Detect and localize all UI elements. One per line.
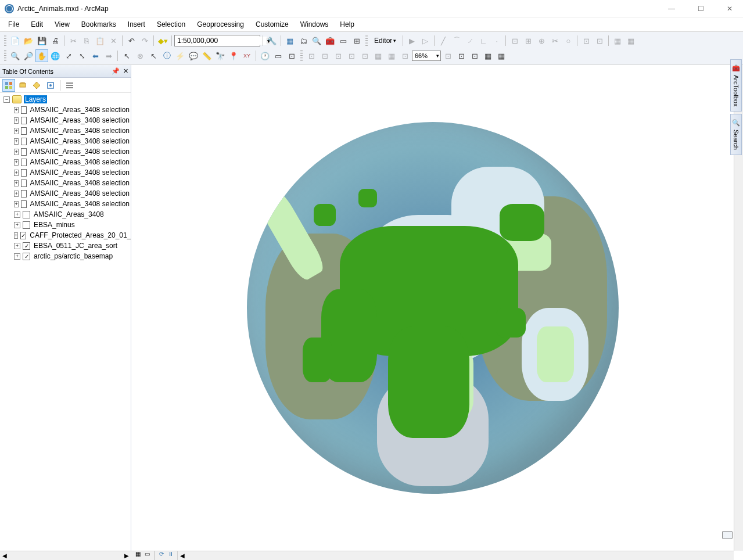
new-button[interactable]: 📄	[9, 34, 21, 47]
pan-button[interactable]: ✋	[35, 49, 48, 62]
menu-view[interactable]: View	[49, 19, 76, 30]
go-to-xy-button[interactable]: XY	[241, 49, 253, 62]
layer-checkbox[interactable]	[21, 159, 26, 166]
python-window-button[interactable]: ▭	[337, 34, 350, 47]
edit-vertices[interactable]: ⊞	[522, 34, 534, 47]
search-window-button[interactable]: 🔍	[310, 34, 323, 47]
expand-icon[interactable]: +	[14, 232, 18, 239]
zoom-dropdown-icon[interactable]: ▾	[435, 53, 440, 59]
time-slider-button[interactable]: 🕐	[259, 49, 271, 62]
cut-polygons[interactable]: ✂	[548, 34, 561, 47]
search-tab[interactable]: 🔍 Search	[730, 114, 742, 155]
create-features[interactable]: ▦	[624, 34, 637, 47]
layout-tool-d[interactable]: ▦	[482, 49, 494, 62]
layer-label[interactable]: AMSAIIC_Areas_3408 selection	[29, 127, 131, 135]
layer-row[interactable]: +AMSAIIC_Areas_3408 selection	[10, 178, 131, 188]
minimize-button[interactable]: —	[663, 5, 680, 13]
layer-checkbox[interactable]	[21, 106, 26, 114]
measure-button[interactable]: 📏	[200, 49, 213, 62]
refresh-indicator-icon[interactable]	[722, 531, 733, 539]
editor-toolbar-button[interactable]: 🔧	[265, 34, 278, 47]
toc-close-icon[interactable]: ✕	[123, 67, 128, 75]
toolbar-grip[interactable]	[300, 50, 303, 62]
layer-label[interactable]: AMSAIIC_Areas_3408	[33, 210, 105, 218]
arctoolbox-tab[interactable]: 🧰 ArcToolbox	[730, 59, 742, 112]
map-canvas[interactable]	[131, 65, 734, 551]
map-scale-input[interactable]	[175, 37, 267, 45]
list-by-source[interactable]	[16, 79, 29, 92]
expand-icon[interactable]: +	[14, 138, 19, 145]
expand-icon[interactable]: +	[14, 149, 19, 155]
expand-icon[interactable]: +	[14, 117, 19, 124]
layout-order[interactable]: ⊡	[358, 49, 371, 62]
layer-label[interactable]: AMSAIIC_Areas_3408 selection	[29, 179, 131, 187]
layers-root[interactable]: − Layers	[0, 94, 131, 105]
copy-button[interactable]: ⎘	[80, 34, 93, 47]
straight-segment[interactable]: ╱	[437, 34, 450, 47]
trace[interactable]: ⟋	[464, 34, 476, 47]
catalog-window-button[interactable]: 🗂	[297, 34, 310, 47]
rotate-tool[interactable]: ⊡	[580, 34, 593, 47]
paste-button[interactable]: 📋	[94, 34, 106, 47]
point-tool[interactable]: ⊡	[508, 34, 521, 47]
expand-icon[interactable]: +	[14, 243, 20, 249]
layer-checkbox[interactable]	[23, 253, 30, 260]
layer-row[interactable]: +EBSA_minus	[10, 220, 131, 230]
find-button[interactable]: 🔭	[214, 49, 227, 62]
layer-row[interactable]: +AMSAIIC_Areas_3408 selection	[10, 115, 131, 125]
layout-zoom-combo[interactable]: 66% ▾	[412, 51, 441, 61]
scroll-left-icon[interactable]: ◀	[0, 551, 9, 560]
layout-zoom[interactable]: ⊡	[399, 49, 411, 62]
toolbar-grip[interactable]	[4, 35, 6, 46]
layer-checkbox[interactable]	[21, 190, 26, 198]
menu-selection[interactable]: Selection	[151, 19, 191, 30]
right-angle[interactable]: ∟	[477, 34, 490, 47]
layer-checkbox[interactable]	[21, 138, 26, 145]
redo-button[interactable]: ↷	[138, 34, 151, 47]
layer-label[interactable]: AMSAIIC_Areas_3408 selection	[29, 148, 131, 156]
go-back-button[interactable]: ⬅	[89, 49, 102, 62]
end-point-arc[interactable]: ⌒	[450, 34, 463, 47]
expand-icon[interactable]: +	[14, 253, 20, 260]
layout-rotate[interactable]: ⊡	[345, 49, 358, 62]
clear-selection-button[interactable]: ⊗	[134, 49, 146, 62]
expand-icon[interactable]: +	[14, 170, 19, 176]
layer-row[interactable]: +AMSAIIC_Areas_3408 selection	[10, 157, 131, 167]
menu-insert[interactable]: Insert	[122, 19, 151, 30]
pause-drawing-button[interactable]: ⏸	[167, 551, 175, 559]
layer-label[interactable]: EBSA_0511_JC_area_sort	[33, 242, 119, 250]
zoom-out-button[interactable]: 🔎	[22, 49, 35, 62]
toc-pin-icon[interactable]: 📌	[112, 67, 120, 75]
html-popup-button[interactable]: 💬	[187, 49, 200, 62]
layer-checkbox[interactable]	[21, 148, 26, 156]
expand-icon[interactable]: +	[14, 107, 19, 113]
layer-checkbox[interactable]	[23, 211, 30, 218]
layer-row[interactable]: +AMSAIIC_Areas_3408 selection	[10, 188, 131, 199]
layer-checkbox[interactable]	[20, 232, 26, 239]
toc-horizontal-scrollbar[interactable]: ◀ ▶	[0, 551, 131, 560]
layer-row[interactable]: +arctic_ps/arctic_basemap	[10, 251, 131, 261]
layer-checkbox[interactable]	[21, 127, 26, 135]
layer-checkbox[interactable]	[23, 221, 30, 229]
menu-bookmarks[interactable]: Bookmarks	[76, 19, 122, 30]
menu-windows[interactable]: Windows	[295, 19, 335, 30]
toc-options[interactable]	[63, 79, 76, 92]
print-button[interactable]: 🖨	[49, 34, 62, 47]
layout-nudge[interactable]: ⊡	[305, 49, 318, 62]
create-viewer-button[interactable]: ▭	[272, 49, 285, 62]
save-button[interactable]: 💾	[35, 34, 48, 47]
add-data-button[interactable]: ◆▾	[156, 34, 169, 47]
layer-label[interactable]: EBSA_minus	[33, 221, 76, 229]
scroll-right-icon[interactable]: ▶	[122, 551, 131, 560]
refresh-view-button[interactable]: ⟳	[157, 551, 166, 559]
layout-align[interactable]: ⊡	[318, 49, 331, 62]
layout-tool-c[interactable]: ⊡	[468, 49, 481, 62]
layer-label[interactable]: AMSAIIC_Areas_3408 selection	[29, 137, 131, 145]
fixed-zoom-out[interactable]: ⤡	[76, 49, 88, 62]
hyperlink-button[interactable]: ⚡	[174, 49, 186, 62]
layer-label[interactable]: CAFF_Protected_Areas_20_01_2	[28, 231, 131, 239]
scroll-left-icon[interactable]: ◀	[178, 552, 187, 559]
layer-checkbox[interactable]	[21, 117, 26, 124]
expand-icon[interactable]: +	[14, 180, 19, 186]
expand-icon[interactable]: +	[14, 128, 19, 134]
